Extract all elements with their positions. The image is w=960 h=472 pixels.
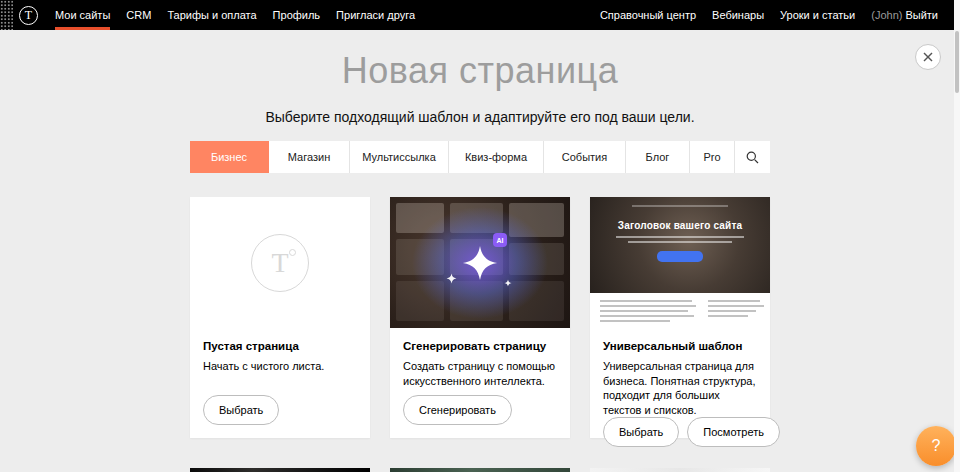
preview-hero-title: Заголовок вашего сайта [618,220,743,231]
ai-template-preview: AI [390,197,570,328]
close-button[interactable] [915,44,941,70]
nav-item-help-center[interactable]: Справочный центр [592,0,704,30]
preview-text-line [600,310,688,312]
ai-sparkle-icon [461,244,499,282]
choose-blank-button[interactable]: Выбрать [203,395,279,425]
preview-text-block [590,293,770,328]
tilda-mark-icon: T [251,234,309,292]
card-actions: Выбрать Посмотреть [603,417,757,447]
nav-item-profile[interactable]: Профиль [265,0,329,30]
tab-events[interactable]: События [544,141,626,173]
texture-pattern [0,0,13,30]
preview-text-line [708,310,756,312]
scrollbar[interactable] [954,0,960,472]
card-title: Пустая страница [203,340,357,352]
preview-text-line [600,300,692,302]
template-card-blank: T Пустая страница Начать с чистого листа… [190,197,370,438]
template-cards-row-2 [190,468,770,472]
preview-text-line [708,305,764,307]
choose-universal-button[interactable]: Выбрать [603,417,679,447]
tab-blog[interactable]: Блог [626,141,690,173]
preview-text-line [708,300,760,302]
preview-text-line [600,315,694,317]
close-icon [923,52,933,62]
template-cards-row: T Пустая страница Начать с чистого листа… [190,197,770,438]
logout-label: Выйти [905,9,938,21]
card-description: Универсальная страница для бизнеса. Поня… [603,359,757,417]
nav-item-my-sites[interactable]: Мои сайты [47,0,118,30]
card-actions: Выбрать [203,395,357,425]
tilda-logo-icon: T [19,6,38,25]
preview-universal-button[interactable]: Посмотреть [687,417,780,447]
card-title: Сгенерировать страницу [403,340,557,352]
template-card-universal: Заголовок вашего сайта [590,197,770,438]
nav-item-lessons[interactable]: Уроки и статьи [772,0,863,30]
tab-search[interactable] [735,141,770,173]
preview-hero: Заголовок вашего сайта [590,197,770,293]
card-body: Пустая страница Начать с чистого листа. … [190,328,370,438]
tab-business[interactable]: Бизнес [190,141,269,173]
help-button[interactable]: ? [916,426,956,466]
preview-cta-button [657,251,703,262]
template-card-partial[interactable] [590,468,770,472]
nav-item-tariffs[interactable]: Тарифы и оплата [159,0,264,30]
preview-text-line [628,241,732,243]
card-description: Начать с чистого листа. [203,359,357,374]
preview-text-line [600,305,696,307]
page-title: Новая страница [0,50,960,92]
nav-item-crm[interactable]: CRM [118,0,159,30]
preview-text-column [708,300,764,328]
template-card-partial[interactable] [390,468,570,472]
ai-badge: AI [493,233,507,247]
nav-item-logout[interactable]: (John) Выйти [863,0,946,30]
tab-multilink[interactable]: Мультиссылка [350,141,449,173]
tab-quiz-form[interactable]: Квиз-форма [449,141,544,173]
universal-template-preview: Заголовок вашего сайта [590,197,770,328]
template-card-partial[interactable] [190,468,370,472]
card-body: Сгенерировать страницу Создать страницу … [390,328,570,438]
generate-button[interactable]: Сгенерировать [403,395,512,425]
topbar-nav-left: Мои сайты CRM Тарифы и оплата Профиль Пр… [47,0,423,30]
template-card-ai-generate: AI Сгенерировать страницу Создать страни… [390,197,570,438]
preview-nav-placeholder [632,205,728,207]
card-description: Создать страницу с помощью искусственног… [403,359,557,388]
preview-text-line [616,236,744,238]
card-title: Универсальный шаблон [603,340,757,352]
sparkle-icon [504,279,512,287]
card-body: Универсальный шаблон Универсальная стран… [590,328,770,460]
tab-pro[interactable]: Pro [690,141,735,173]
template-category-tabs: Бизнес Магазин Мультиссылка Квиз-форма С… [190,141,770,173]
topbar-nav-right: Справочный центр Вебинары Уроки и статьи… [592,0,954,30]
card-actions: Сгенерировать [403,395,557,425]
preview-text-line [600,320,670,322]
nav-item-invite-friend[interactable]: Пригласи друга [328,0,423,30]
sparkle-icon [446,273,457,284]
blank-template-preview: T [190,197,370,328]
tab-shop[interactable]: Магазин [269,141,350,173]
user-name: (John) [871,9,902,21]
search-icon [746,151,759,164]
tilda-logo[interactable]: T [13,0,47,30]
scrollbar-thumb[interactable] [955,31,959,93]
preview-text-line [708,315,748,317]
preview-text-column [600,300,696,328]
topbar: T Мои сайты CRM Тарифы и оплата Профиль … [0,0,954,30]
nav-item-webinars[interactable]: Вебинары [704,0,772,30]
page-subtitle: Выберите подходящий шаблон и адаптируйте… [0,109,960,125]
